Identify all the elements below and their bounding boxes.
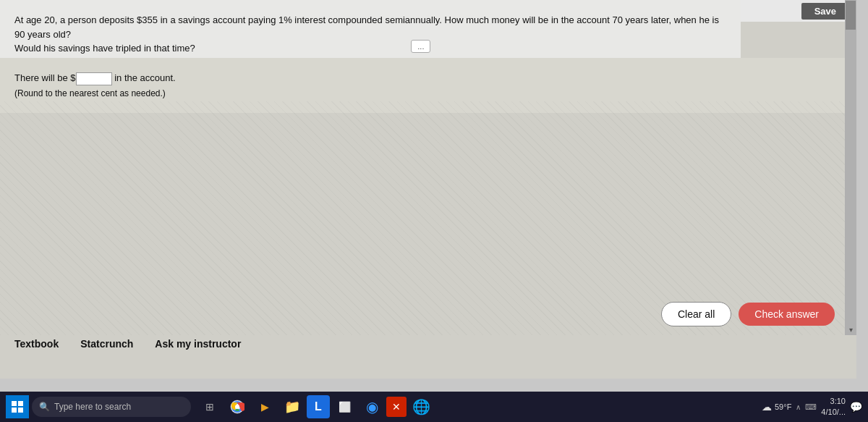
bottom-nav: Textbook Statcrunch Ask my instructor xyxy=(14,338,241,350)
weather-temp: 59°F xyxy=(775,402,791,411)
answer-note: (Round to the nearest cent as needed.) xyxy=(14,88,842,98)
app-red-x[interactable]: ✕ xyxy=(386,397,407,417)
scrollbar-thumb[interactable] xyxy=(846,1,856,30)
answer-prefix: There will be $ xyxy=(14,72,76,83)
weather-icon: ☁ xyxy=(762,401,772,413)
scrollbar-arrow-down[interactable]: ▾ xyxy=(845,324,856,335)
scrollbar[interactable]: ▾ xyxy=(845,0,856,335)
taskbar-right: ☁ 59°F ∧ ⌨ 3:10 4/10/... 💬 xyxy=(762,396,862,418)
windows-icon xyxy=(12,401,23,413)
answer-input[interactable] xyxy=(76,72,112,85)
taskbar-time: 3:10 4/10/... xyxy=(821,396,846,418)
question-main: At age 20, a person deposits $355 in a s… xyxy=(14,14,719,40)
nav-statcrunch[interactable]: Statcrunch xyxy=(80,338,133,350)
search-icon: 🔍 xyxy=(39,402,50,412)
weather-display: ☁ 59°F xyxy=(762,401,791,413)
notification-icon[interactable]: 💬 xyxy=(850,401,862,413)
task-view-button[interactable]: ⊞ xyxy=(197,394,223,420)
check-answer-button[interactable]: Check answer xyxy=(739,303,835,326)
file-explorer-app[interactable]: 📁 xyxy=(279,394,305,420)
date-display: 4/10/... xyxy=(821,407,846,418)
app-blue-circle[interactable]: ◉ xyxy=(359,394,385,420)
app-l[interactable]: L xyxy=(307,395,330,418)
clear-all-button[interactable]: Clear all xyxy=(661,302,731,326)
start-button[interactable] xyxy=(6,395,29,418)
nav-ask-instructor[interactable]: Ask my instructor xyxy=(155,338,241,350)
app-orange[interactable]: 🌐 xyxy=(408,394,434,420)
answer-line: There will be $ in the account. xyxy=(14,72,842,85)
search-placeholder: Type here to search xyxy=(54,402,131,412)
media-app[interactable]: ▶ xyxy=(252,394,278,420)
answer-suffix: in the account. xyxy=(112,72,176,83)
top-bar: Save xyxy=(741,0,856,22)
system-tray-lang: ⌨ xyxy=(805,402,817,412)
system-tray-expand[interactable]: ∧ xyxy=(796,403,801,411)
save-button[interactable]: Save xyxy=(801,3,849,20)
main-content: Save Points: 0 of 1 At age 20, a person … xyxy=(0,0,856,379)
taskbar: 🔍 Type here to search ⊞ ▶ 📁 L ⬜ ◉ ✕ 🌐 ☁ … xyxy=(0,392,868,422)
answer-area: There will be $ in the account. (Round t… xyxy=(0,58,856,113)
action-buttons: Clear all Check answer xyxy=(661,302,835,326)
app-0[interactable]: ⬜ xyxy=(331,394,357,420)
chrome-app[interactable] xyxy=(224,394,250,420)
taskbar-search[interactable]: 🔍 Type here to search xyxy=(32,397,191,417)
ellipsis-button[interactable]: ... xyxy=(411,40,430,53)
question-text: At age 20, a person deposits $355 in a s… xyxy=(14,13,726,56)
texture-overlay xyxy=(0,101,845,335)
question-sub: Would his savings have tripled in that t… xyxy=(14,43,195,54)
time-display: 3:10 xyxy=(821,396,846,407)
nav-textbook[interactable]: Textbook xyxy=(14,338,59,350)
question-area: At age 20, a person deposits $355 in a s… xyxy=(0,0,741,63)
taskbar-apps: ⊞ ▶ 📁 L ⬜ ◉ ✕ 🌐 xyxy=(197,394,434,420)
svg-point-2 xyxy=(235,405,239,409)
